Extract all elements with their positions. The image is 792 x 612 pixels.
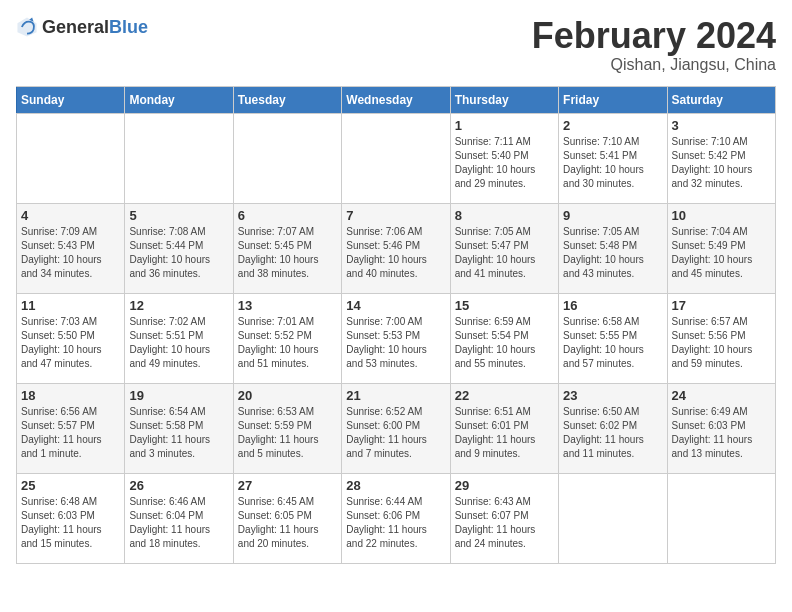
day-number: 10 [672,208,771,223]
day-number: 3 [672,118,771,133]
logo-general: General [42,17,109,37]
day-number: 11 [21,298,120,313]
calendar-cell [17,113,125,203]
day-info: Sunrise: 6:58 AM Sunset: 5:55 PM Dayligh… [563,315,662,371]
calendar-table: SundayMondayTuesdayWednesdayThursdayFrid… [16,86,776,564]
week-row-4: 18Sunrise: 6:56 AM Sunset: 5:57 PM Dayli… [17,383,776,473]
day-info: Sunrise: 7:10 AM Sunset: 5:42 PM Dayligh… [672,135,771,191]
day-info: Sunrise: 7:08 AM Sunset: 5:44 PM Dayligh… [129,225,228,281]
page-header: GeneralBlue February 2024 Qishan, Jiangs… [16,16,776,74]
calendar-cell: 12Sunrise: 7:02 AM Sunset: 5:51 PM Dayli… [125,293,233,383]
calendar-cell: 16Sunrise: 6:58 AM Sunset: 5:55 PM Dayli… [559,293,667,383]
location-subtitle: Qishan, Jiangsu, China [532,56,776,74]
day-info: Sunrise: 7:03 AM Sunset: 5:50 PM Dayligh… [21,315,120,371]
calendar-cell: 10Sunrise: 7:04 AM Sunset: 5:49 PM Dayli… [667,203,775,293]
day-number: 15 [455,298,554,313]
calendar-cell: 17Sunrise: 6:57 AM Sunset: 5:56 PM Dayli… [667,293,775,383]
day-info: Sunrise: 7:06 AM Sunset: 5:46 PM Dayligh… [346,225,445,281]
day-number: 14 [346,298,445,313]
day-info: Sunrise: 7:09 AM Sunset: 5:43 PM Dayligh… [21,225,120,281]
day-number: 24 [672,388,771,403]
calendar-cell: 19Sunrise: 6:54 AM Sunset: 5:58 PM Dayli… [125,383,233,473]
day-number: 4 [21,208,120,223]
header-row: SundayMondayTuesdayWednesdayThursdayFrid… [17,86,776,113]
calendar-cell [342,113,450,203]
calendar-cell: 20Sunrise: 6:53 AM Sunset: 5:59 PM Dayli… [233,383,341,473]
day-info: Sunrise: 7:02 AM Sunset: 5:51 PM Dayligh… [129,315,228,371]
day-info: Sunrise: 6:45 AM Sunset: 6:05 PM Dayligh… [238,495,337,551]
calendar-cell: 23Sunrise: 6:50 AM Sunset: 6:02 PM Dayli… [559,383,667,473]
calendar-cell [125,113,233,203]
day-number: 6 [238,208,337,223]
calendar-cell: 6Sunrise: 7:07 AM Sunset: 5:45 PM Daylig… [233,203,341,293]
calendar-cell: 29Sunrise: 6:43 AM Sunset: 6:07 PM Dayli… [450,473,558,563]
day-number: 26 [129,478,228,493]
day-number: 5 [129,208,228,223]
day-info: Sunrise: 6:51 AM Sunset: 6:01 PM Dayligh… [455,405,554,461]
calendar-cell: 9Sunrise: 7:05 AM Sunset: 5:48 PM Daylig… [559,203,667,293]
day-info: Sunrise: 6:56 AM Sunset: 5:57 PM Dayligh… [21,405,120,461]
day-number: 23 [563,388,662,403]
calendar-cell: 7Sunrise: 7:06 AM Sunset: 5:46 PM Daylig… [342,203,450,293]
calendar-cell: 3Sunrise: 7:10 AM Sunset: 5:42 PM Daylig… [667,113,775,203]
day-info: Sunrise: 6:43 AM Sunset: 6:07 PM Dayligh… [455,495,554,551]
day-number: 13 [238,298,337,313]
calendar-cell: 28Sunrise: 6:44 AM Sunset: 6:06 PM Dayli… [342,473,450,563]
day-number: 8 [455,208,554,223]
logo: GeneralBlue [16,16,148,38]
day-info: Sunrise: 6:46 AM Sunset: 6:04 PM Dayligh… [129,495,228,551]
calendar-cell: 18Sunrise: 6:56 AM Sunset: 5:57 PM Dayli… [17,383,125,473]
calendar-cell: 1Sunrise: 7:11 AM Sunset: 5:40 PM Daylig… [450,113,558,203]
day-info: Sunrise: 6:50 AM Sunset: 6:02 PM Dayligh… [563,405,662,461]
calendar-cell: 25Sunrise: 6:48 AM Sunset: 6:03 PM Dayli… [17,473,125,563]
day-info: Sunrise: 6:54 AM Sunset: 5:58 PM Dayligh… [129,405,228,461]
logo-icon [16,16,38,38]
col-header-thursday: Thursday [450,86,558,113]
calendar-cell: 15Sunrise: 6:59 AM Sunset: 5:54 PM Dayli… [450,293,558,383]
day-number: 9 [563,208,662,223]
calendar-cell: 14Sunrise: 7:00 AM Sunset: 5:53 PM Dayli… [342,293,450,383]
week-row-5: 25Sunrise: 6:48 AM Sunset: 6:03 PM Dayli… [17,473,776,563]
day-number: 22 [455,388,554,403]
calendar-cell: 8Sunrise: 7:05 AM Sunset: 5:47 PM Daylig… [450,203,558,293]
calendar-cell [233,113,341,203]
day-info: Sunrise: 7:10 AM Sunset: 5:41 PM Dayligh… [563,135,662,191]
day-info: Sunrise: 7:04 AM Sunset: 5:49 PM Dayligh… [672,225,771,281]
calendar-cell: 22Sunrise: 6:51 AM Sunset: 6:01 PM Dayli… [450,383,558,473]
day-info: Sunrise: 7:07 AM Sunset: 5:45 PM Dayligh… [238,225,337,281]
logo-text: GeneralBlue [42,18,148,36]
day-info: Sunrise: 6:52 AM Sunset: 6:00 PM Dayligh… [346,405,445,461]
day-number: 16 [563,298,662,313]
col-header-saturday: Saturday [667,86,775,113]
day-number: 28 [346,478,445,493]
day-number: 20 [238,388,337,403]
month-year-title: February 2024 [532,16,776,56]
calendar-cell: 2Sunrise: 7:10 AM Sunset: 5:41 PM Daylig… [559,113,667,203]
week-row-1: 1Sunrise: 7:11 AM Sunset: 5:40 PM Daylig… [17,113,776,203]
col-header-friday: Friday [559,86,667,113]
day-number: 7 [346,208,445,223]
day-number: 2 [563,118,662,133]
day-info: Sunrise: 7:01 AM Sunset: 5:52 PM Dayligh… [238,315,337,371]
calendar-cell: 11Sunrise: 7:03 AM Sunset: 5:50 PM Dayli… [17,293,125,383]
calendar-cell: 13Sunrise: 7:01 AM Sunset: 5:52 PM Dayli… [233,293,341,383]
col-header-tuesday: Tuesday [233,86,341,113]
day-info: Sunrise: 7:05 AM Sunset: 5:48 PM Dayligh… [563,225,662,281]
week-row-3: 11Sunrise: 7:03 AM Sunset: 5:50 PM Dayli… [17,293,776,383]
day-number: 21 [346,388,445,403]
calendar-cell [559,473,667,563]
col-header-wednesday: Wednesday [342,86,450,113]
day-info: Sunrise: 6:48 AM Sunset: 6:03 PM Dayligh… [21,495,120,551]
calendar-cell: 5Sunrise: 7:08 AM Sunset: 5:44 PM Daylig… [125,203,233,293]
col-header-sunday: Sunday [17,86,125,113]
day-info: Sunrise: 7:05 AM Sunset: 5:47 PM Dayligh… [455,225,554,281]
day-info: Sunrise: 7:00 AM Sunset: 5:53 PM Dayligh… [346,315,445,371]
calendar-cell: 26Sunrise: 6:46 AM Sunset: 6:04 PM Dayli… [125,473,233,563]
calendar-cell: 27Sunrise: 6:45 AM Sunset: 6:05 PM Dayli… [233,473,341,563]
calendar-cell: 4Sunrise: 7:09 AM Sunset: 5:43 PM Daylig… [17,203,125,293]
day-number: 27 [238,478,337,493]
calendar-cell: 21Sunrise: 6:52 AM Sunset: 6:00 PM Dayli… [342,383,450,473]
calendar-cell: 24Sunrise: 6:49 AM Sunset: 6:03 PM Dayli… [667,383,775,473]
day-number: 17 [672,298,771,313]
day-number: 29 [455,478,554,493]
